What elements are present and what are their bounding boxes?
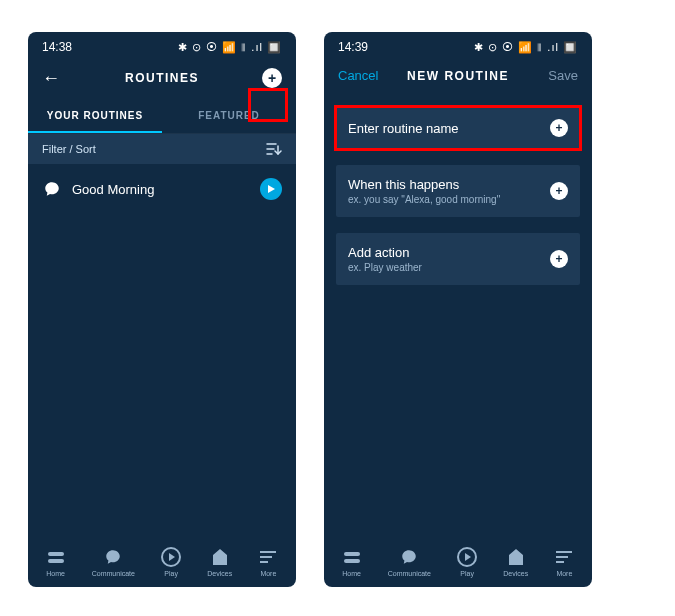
cancel-button[interactable]: Cancel (338, 68, 378, 83)
nav-label: More (556, 570, 572, 577)
card-text: Enter routine name (348, 121, 459, 136)
more-icon (257, 546, 279, 568)
nav-label: Home (342, 570, 361, 577)
card-title: When this happens (348, 177, 500, 192)
status-icons: ✱ ⊙ ⦿ 📶 ⫴ .ıl 🔲 (178, 41, 282, 54)
svg-rect-5 (48, 552, 64, 556)
nav-home[interactable]: Home (45, 546, 67, 577)
nav-label: More (260, 570, 276, 577)
devices-icon (209, 546, 231, 568)
nav-devices[interactable]: Devices (503, 546, 528, 577)
plus-icon: + (555, 185, 562, 197)
nav-label: Devices (503, 570, 528, 577)
home-icon (45, 546, 67, 568)
add-action-row[interactable]: Add action ex. Play weather + (336, 233, 580, 285)
routine-row[interactable]: Good Morning (28, 164, 296, 214)
spacer (324, 93, 592, 99)
nav-communicate[interactable]: Communicate (388, 546, 431, 577)
back-arrow-icon[interactable]: ← (42, 69, 60, 87)
save-button[interactable]: Save (548, 68, 578, 83)
plus-icon: + (555, 122, 562, 134)
svg-marker-3 (268, 185, 275, 193)
filter-sort-bar[interactable]: Filter / Sort (28, 134, 296, 164)
svg-rect-4 (48, 559, 64, 563)
communicate-icon (398, 546, 420, 568)
speech-bubble-icon (42, 179, 62, 199)
plus-icon: + (268, 71, 276, 85)
add-action-button[interactable]: + (550, 250, 568, 268)
nav-label: Devices (207, 570, 232, 577)
nav-label: Communicate (92, 570, 135, 577)
routine-name: Good Morning (72, 182, 250, 197)
devices-icon (505, 546, 527, 568)
tabs: YOUR ROUTINES FEATURED (28, 98, 296, 134)
header-bar: Cancel NEW ROUTINE Save (324, 58, 592, 93)
nav-home[interactable]: Home (341, 546, 363, 577)
tab-featured[interactable]: FEATURED (162, 98, 296, 133)
status-icons: ✱ ⊙ ⦿ 📶 ⫴ .ıl 🔲 (474, 41, 578, 54)
nav-label: Communicate (388, 570, 431, 577)
svg-marker-7 (169, 553, 175, 561)
nav-more[interactable]: More (553, 546, 575, 577)
play-icon (456, 546, 478, 568)
more-icon (553, 546, 575, 568)
svg-marker-14 (465, 553, 471, 561)
tab-your-routines[interactable]: YOUR ROUTINES (28, 98, 162, 133)
plus-icon: + (555, 253, 562, 265)
add-trigger-button[interactable]: + (550, 182, 568, 200)
enter-routine-name-row[interactable]: Enter routine name + (336, 107, 580, 149)
filter-label: Filter / Sort (42, 143, 96, 155)
svg-rect-12 (344, 552, 360, 556)
nav-play[interactable]: Play (456, 546, 478, 577)
play-routine-button[interactable] (260, 178, 282, 200)
empty-space (324, 293, 592, 540)
nav-play[interactable]: Play (160, 546, 182, 577)
status-time: 14:39 (338, 40, 368, 54)
add-name-button[interactable]: + (550, 119, 568, 137)
card-subtitle: ex. Play weather (348, 262, 422, 273)
status-bar: 14:38 ✱ ⊙ ⦿ 📶 ⫴ .ıl 🔲 (28, 32, 296, 58)
card-text: When this happens ex. you say "Alexa, go… (348, 177, 500, 205)
card-title: Add action (348, 245, 422, 260)
nav-communicate[interactable]: Communicate (92, 546, 135, 577)
add-routine-button[interactable]: + (262, 68, 282, 88)
header-title: ROUTINES (28, 71, 296, 85)
card-subtitle: ex. you say "Alexa, good morning" (348, 194, 500, 205)
sort-icon (266, 142, 282, 156)
card-title: Enter routine name (348, 121, 459, 136)
header-bar: ← ROUTINES + (28, 58, 296, 98)
bottom-nav: Home Communicate Play Devices More (28, 540, 296, 587)
nav-label: Play (460, 570, 474, 577)
nav-devices[interactable]: Devices (207, 546, 232, 577)
when-this-happens-row[interactable]: When this happens ex. you say "Alexa, go… (336, 165, 580, 217)
empty-space (28, 214, 296, 540)
nav-label: Play (164, 570, 178, 577)
bottom-nav: Home Communicate Play Devices More (324, 540, 592, 587)
routines-screen: 14:38 ✱ ⊙ ⦿ 📶 ⫴ .ıl 🔲 ← ROUTINES + YOUR … (28, 32, 296, 587)
status-bar: 14:39 ✱ ⊙ ⦿ 📶 ⫴ .ıl 🔲 (324, 32, 592, 58)
play-icon (160, 546, 182, 568)
status-time: 14:38 (42, 40, 72, 54)
communicate-icon (102, 546, 124, 568)
nav-more[interactable]: More (257, 546, 279, 577)
nav-label: Home (46, 570, 65, 577)
svg-rect-11 (344, 559, 360, 563)
home-icon (341, 546, 363, 568)
card-text: Add action ex. Play weather (348, 245, 422, 273)
new-routine-screen: 14:39 ✱ ⊙ ⦿ 📶 ⫴ .ıl 🔲 Cancel NEW ROUTINE… (324, 32, 592, 587)
